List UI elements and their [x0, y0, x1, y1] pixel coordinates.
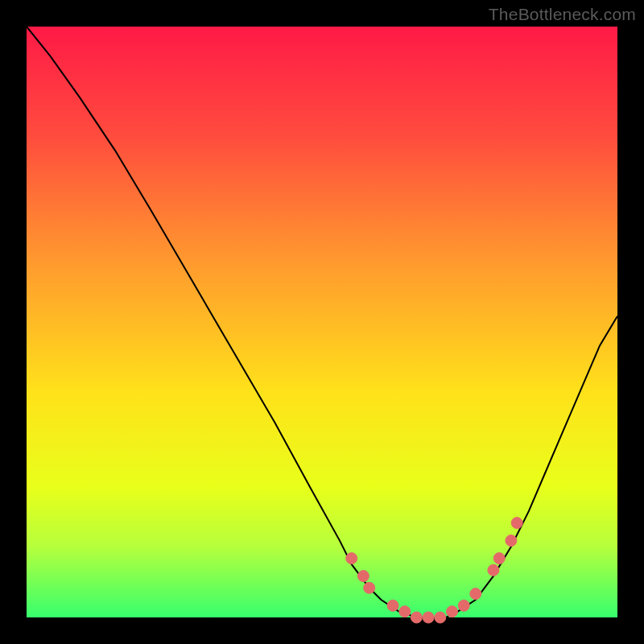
attribution-label: TheBottleneck.com — [489, 5, 636, 24]
chart-frame: TheBottleneck.com — [0, 0, 644, 644]
curve-marker — [447, 606, 458, 617]
curve-marker — [399, 606, 411, 617]
chart-overlay — [27, 27, 617, 617]
curve-marker — [435, 612, 446, 623]
curve-marker — [346, 553, 357, 564]
curve-marker — [511, 518, 522, 529]
curve-marker — [488, 564, 499, 576]
bottleneck-curve — [27, 27, 617, 617]
curve-marker — [423, 612, 434, 623]
curve-marker — [458, 600, 469, 611]
curve-marker — [493, 553, 505, 564]
marker-group — [346, 518, 523, 623]
curve-marker — [470, 588, 481, 600]
curve-marker — [387, 600, 398, 611]
curve-marker — [411, 612, 422, 623]
curve-marker — [506, 535, 517, 547]
curve-marker — [357, 571, 369, 582]
curve-marker — [364, 582, 375, 593]
